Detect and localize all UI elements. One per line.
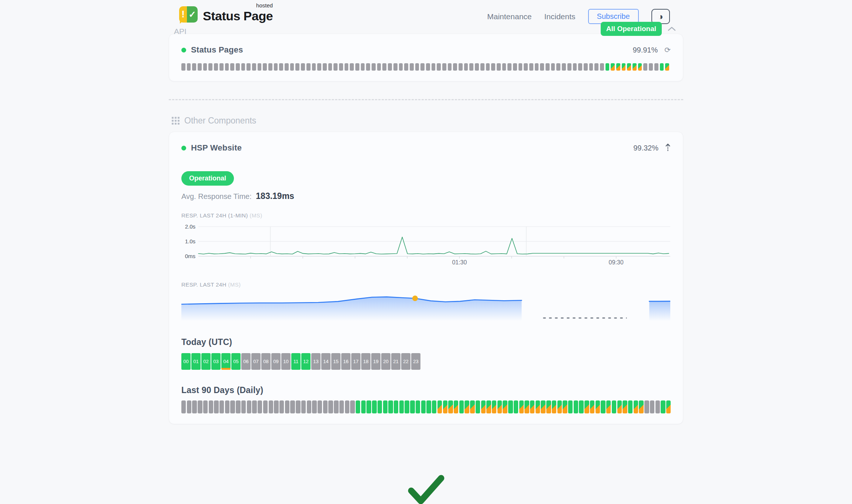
uptime-bar[interactable] [524,400,529,413]
uptime-bar[interactable] [638,63,642,71]
uptime-bar[interactable] [312,400,316,413]
uptime-bar[interactable] [187,63,191,71]
uptime-bar[interactable] [214,63,218,71]
uptime-bar[interactable] [328,400,333,413]
uptime-bar[interactable] [594,63,598,71]
uptime-bar[interactable] [345,400,349,413]
uptime-bar[interactable] [258,63,262,71]
hour-block[interactable]: 19 [371,353,380,370]
uptime-bar[interactable] [590,400,594,413]
uptime-bar[interactable] [339,400,344,413]
uptime-bar[interactable] [584,400,589,413]
uptime-bar[interactable] [295,63,299,71]
uptime-bar[interactable] [187,400,191,413]
uptime-bar[interactable] [596,400,600,413]
uptime-bar[interactable] [372,63,376,71]
hour-block[interactable]: 16 [341,353,350,370]
uptime-bar[interactable] [437,63,441,71]
uptime-bar[interactable] [459,400,464,413]
uptime-bar[interactable] [361,63,365,71]
uptime-bar[interactable] [318,400,322,413]
uptime-bar[interactable] [584,63,588,71]
uptime-bar[interactable] [301,400,306,413]
uptime-bar[interactable] [356,400,360,413]
uptime-bar[interactable] [394,400,398,413]
uptime-bar[interactable] [198,63,202,71]
uptime-bar[interactable] [301,63,305,71]
uptime-bar[interactable] [323,63,327,71]
uptime-bar[interactable] [601,400,605,413]
uptime-bar[interactable] [546,400,551,413]
hour-block[interactable]: 10 [281,353,291,370]
uptime-bar[interactable] [246,63,251,71]
uptime-bar[interactable] [339,63,343,71]
uptime-bar[interactable] [263,63,267,71]
uptime-bar[interactable] [655,400,660,413]
uptime-bar[interactable] [502,63,506,71]
uptime-bar[interactable] [541,400,545,413]
hour-block[interactable]: 03 [211,353,221,370]
uptime-bar[interactable] [345,63,349,71]
uptime-bar[interactable] [666,400,671,413]
uptime-bar[interactable] [507,63,511,71]
uptime-bar[interactable] [421,400,426,413]
uptime-bar[interactable] [236,400,240,413]
uptime-bar[interactable] [393,63,398,71]
collapse-arrow-icon[interactable] [665,143,671,153]
uptime-bar[interactable] [382,63,386,71]
uptime-bar[interactable] [563,400,567,413]
uptime-bar[interactable] [589,63,593,71]
response-time-line-chart[interactable]: 2.0s1.0s0ms01:3009:30 [181,222,671,267]
uptime-bar[interactable] [665,63,669,71]
uptime-bar[interactable] [399,63,403,71]
uptime-bar[interactable] [617,400,622,413]
uptime-bar[interactable] [258,400,262,413]
chevron-up-icon[interactable] [668,27,676,31]
overall-status-badge[interactable]: All Operational [601,22,662,36]
uptime-bar[interactable] [600,63,604,71]
uptime-bar[interactable] [562,63,566,71]
uptime-bar[interactable] [432,400,436,413]
uptime-bar[interactable] [616,63,620,71]
uptime-bar[interactable] [606,400,611,413]
uptime-bar[interactable] [644,400,649,413]
uptime-bar[interactable] [536,400,540,413]
uptime-bar[interactable] [513,63,517,71]
uptime-bar[interactable] [503,400,507,413]
uptime-bar[interactable] [486,63,490,71]
uptime-bar[interactable] [410,400,415,413]
uptime-bar[interactable] [247,400,251,413]
brand-logo[interactable]: ! ✓ hosted Status Page [179,5,273,23]
uptime-bar[interactable] [578,63,582,71]
uptime-bar[interactable] [497,63,501,71]
uptime-bar[interactable] [416,400,420,413]
uptime-bar[interactable] [481,400,486,413]
uptime-bar[interactable] [574,400,578,413]
uptime-bar[interactable] [420,63,425,71]
uptime-bar[interactable] [633,63,637,71]
uptime-bar[interactable] [459,63,463,71]
response-time-area-chart[interactable] [181,292,671,325]
uptime-bar[interactable] [209,400,213,413]
uptime-bar[interactable] [181,63,185,71]
uptime-bar[interactable] [323,400,328,413]
uptime-bar[interactable] [285,400,289,413]
hour-block[interactable]: 21 [391,353,400,370]
uptime-bar[interactable] [404,63,408,71]
uptime-bar[interactable] [568,400,573,413]
uptime-bar[interactable] [492,400,496,413]
hour-block[interactable]: 23 [411,353,420,370]
uptime-bar[interactable] [469,63,473,71]
uptime-bar[interactable] [649,63,653,71]
uptime-bar[interactable] [355,63,359,71]
uptime-bar[interactable] [442,63,446,71]
uptime-bar[interactable] [366,63,370,71]
uptime-bar[interactable] [519,63,523,71]
uptime-bar[interactable] [405,400,409,413]
uptime-bar[interactable] [219,400,224,413]
hour-block[interactable]: 07 [251,353,261,370]
uptime-bar[interactable] [448,63,452,71]
uptime-bar[interactable] [361,400,366,413]
uptime-bar[interactable] [333,63,338,71]
uptime-bar[interactable] [650,400,654,413]
